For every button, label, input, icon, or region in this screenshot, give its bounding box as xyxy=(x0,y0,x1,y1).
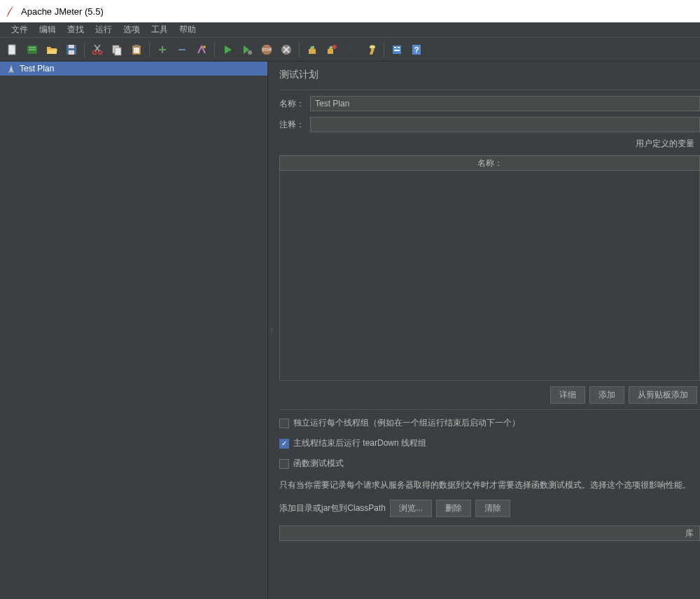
help-icon[interactable]: ? xyxy=(408,41,425,58)
splitter[interactable] xyxy=(268,62,272,599)
comment-input[interactable] xyxy=(310,117,700,132)
clear-button[interactable]: 清除 xyxy=(475,500,510,517)
svg-text:STOP: STOP xyxy=(262,48,272,52)
new-icon[interactable] xyxy=(4,41,21,58)
browse-button[interactable]: 浏览... xyxy=(390,500,432,517)
menu-file[interactable]: 文件 xyxy=(6,22,34,37)
classpath-label: 添加目录或jar包到ClassPath xyxy=(279,502,386,514)
shutdown-icon[interactable] xyxy=(278,41,295,58)
svg-rect-37 xyxy=(394,47,396,48)
svg-rect-16 xyxy=(134,48,139,53)
expand-icon[interactable] xyxy=(154,41,171,58)
svg-marker-21 xyxy=(225,45,232,54)
svg-point-35 xyxy=(370,45,375,48)
toggle-icon[interactable] xyxy=(193,41,210,58)
menu-tools[interactable]: 工具 xyxy=(146,22,174,37)
teardown-checkbox[interactable] xyxy=(279,439,289,449)
svg-text:?: ? xyxy=(414,45,419,54)
toolbar-separator xyxy=(84,42,85,57)
functional-check-row: 函数测试模式 xyxy=(279,456,700,471)
window-title: Apache JMeter (5.5) xyxy=(21,6,104,17)
stop-icon[interactable]: STOP xyxy=(258,41,275,58)
svg-line-10 xyxy=(95,45,100,51)
menu-run[interactable]: 运行 xyxy=(90,22,118,37)
reset-search-icon[interactable] xyxy=(363,41,379,58)
vars-section-title: 用户定义的变量 xyxy=(279,138,700,150)
svg-point-31 xyxy=(332,45,337,49)
jmeter-feather-icon xyxy=(6,5,15,17)
divider xyxy=(279,90,700,90)
detail-panel: 测试计划 名称： 注释： 用户定义的变量 名称： 详细 添加 从剪贴板添加 独立… xyxy=(272,62,700,599)
menu-options[interactable]: 选项 xyxy=(118,22,146,37)
paste-button[interactable]: 从剪贴板添加 xyxy=(629,386,697,404)
classpath-column-header[interactable]: 库 xyxy=(279,526,700,541)
svg-rect-39 xyxy=(394,50,400,51)
menu-help[interactable]: 帮助 xyxy=(174,22,202,37)
test-plan-icon xyxy=(7,64,15,73)
templates-icon[interactable] xyxy=(24,41,41,58)
menu-bar: 文件 编辑 查找 运行 选项 工具 帮助 xyxy=(0,22,700,38)
tree-item-label: Test Plan xyxy=(20,64,54,73)
vars-table: 名称： xyxy=(279,155,700,381)
collapse-icon[interactable] xyxy=(174,41,190,58)
name-input[interactable] xyxy=(310,96,700,111)
clear-all-icon[interactable] xyxy=(323,41,340,58)
serial-check-row: 独立运行每个线程组（例如在一个组运行结束后启动下一个） xyxy=(279,416,700,430)
teardown-check-row: 主线程结束后运行 tearDown 线程组 xyxy=(279,436,700,451)
comment-row: 注释： xyxy=(279,117,700,132)
classpath-row: 添加目录或jar包到ClassPath 浏览... 删除 清除 xyxy=(279,500,700,517)
vars-table-body[interactable] xyxy=(279,171,700,381)
title-bar: Apache JMeter (5.5) xyxy=(0,0,700,22)
paste-icon[interactable] xyxy=(128,41,145,58)
serial-checkbox[interactable] xyxy=(279,418,289,428)
toolbar: STOP ? xyxy=(0,38,700,62)
detail-button[interactable]: 详细 xyxy=(550,386,585,404)
vars-column-header[interactable]: 名称： xyxy=(279,155,700,171)
start-icon[interactable] xyxy=(219,41,236,58)
toolbar-separator xyxy=(214,42,215,57)
divider xyxy=(279,409,700,410)
menu-search[interactable]: 查找 xyxy=(62,22,90,37)
delete-button[interactable]: 删除 xyxy=(436,500,471,517)
svg-rect-38 xyxy=(398,47,400,48)
serial-label: 独立运行每个线程组（例如在一个组运行结束后启动下一个） xyxy=(293,417,520,429)
panel-title: 测试计划 xyxy=(279,69,700,84)
tree-panel[interactable]: Test Plan xyxy=(0,62,268,599)
search-icon[interactable] xyxy=(343,41,360,58)
svg-rect-7 xyxy=(69,50,74,55)
functional-description: 只有当你需要记录每个请求从服务器取得的数据到文件时才需要选择函数测试模式。选择这… xyxy=(279,477,700,494)
svg-rect-15 xyxy=(134,45,139,47)
name-row: 名称： xyxy=(279,96,700,111)
svg-line-11 xyxy=(94,45,99,51)
menu-edit[interactable]: 编辑 xyxy=(34,22,62,37)
tree-item-test-plan[interactable]: Test Plan xyxy=(0,62,267,76)
svg-rect-13 xyxy=(115,48,121,55)
copy-icon[interactable] xyxy=(108,41,125,58)
save-icon[interactable] xyxy=(63,41,80,58)
cut-icon[interactable] xyxy=(89,41,106,58)
svg-rect-30 xyxy=(328,49,333,54)
vars-buttons: 详细 添加 从剪贴板添加 xyxy=(279,386,700,404)
comment-label: 注释： xyxy=(279,119,304,131)
toolbar-separator xyxy=(299,42,300,57)
name-label: 名称： xyxy=(279,98,304,110)
svg-point-23 xyxy=(248,50,252,55)
svg-rect-4 xyxy=(29,49,36,50)
clear-icon[interactable] xyxy=(304,41,321,58)
svg-marker-42 xyxy=(9,65,13,72)
svg-rect-6 xyxy=(69,45,74,48)
functional-label: 函数测试模式 xyxy=(293,458,344,470)
function-helper-icon[interactable] xyxy=(388,41,405,58)
svg-rect-29 xyxy=(309,49,316,54)
add-button[interactable]: 添加 xyxy=(589,386,624,404)
svg-point-20 xyxy=(203,45,206,48)
toolbar-separator xyxy=(149,42,150,57)
teardown-label: 主线程结束后运行 tearDown 线程组 xyxy=(293,437,426,449)
svg-rect-43 xyxy=(8,71,14,73)
main-area: Test Plan 测试计划 名称： 注释： 用户定义的变量 名称： 详细 添加… xyxy=(0,62,700,599)
functional-checkbox[interactable] xyxy=(279,459,289,469)
start-no-timers-icon[interactable] xyxy=(239,41,255,58)
toolbar-separator xyxy=(384,42,384,57)
svg-rect-3 xyxy=(29,47,36,48)
open-icon[interactable] xyxy=(43,41,60,58)
